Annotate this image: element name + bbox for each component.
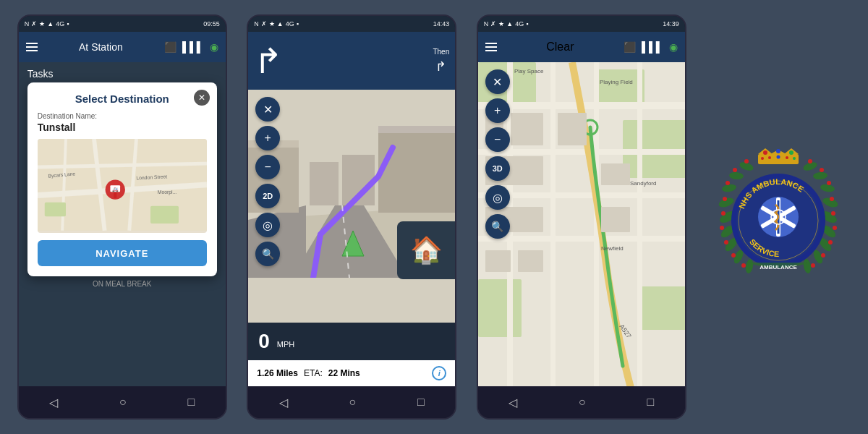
recent-button-2[interactable]: □ [417, 396, 425, 409]
dest-name-label: Destination Name: [38, 112, 207, 120]
main-container: N ✗ ★ ▲ 4G ▪ 09:55 At Station ⬛ ▌▌▌ ◉ [0, 0, 868, 434]
close-map-btn-2[interactable]: ✕ [255, 97, 280, 122]
svg-text:Moorpl...: Moorpl... [157, 190, 176, 195]
svg-point-84 [808, 159, 812, 163]
compass-btn-3[interactable]: ◎ [485, 185, 510, 210]
speed-value: 0 [258, 330, 270, 353]
search-btn-3[interactable]: 🔍 [485, 214, 510, 239]
info-icon[interactable]: i [432, 366, 446, 380]
zoom-out-btn-3[interactable]: − [485, 127, 510, 152]
svg-rect-50 [485, 250, 511, 272]
back-button-2[interactable]: ◁ [279, 396, 288, 409]
then-label: Then [433, 48, 449, 56]
wifi-icon-1: ▲ [47, 20, 54, 27]
svg-point-65 [745, 258, 754, 273]
svg-rect-23 [378, 126, 455, 133]
svg-point-100 [761, 157, 764, 160]
svg-rect-39 [550, 62, 556, 386]
phone2-3d-map: ✕ + − 2D ◎ 🔍 🏠 0 MPH 1.26 Miles ETA: [248, 90, 455, 386]
network-1: 4G [56, 20, 64, 27]
x-icon-3: ✗ [490, 20, 496, 27]
signal-icon-1: N [25, 20, 30, 27]
svg-point-92 [811, 263, 815, 268]
svg-point-86 [724, 240, 728, 244]
svg-point-60 [729, 171, 744, 180]
svg-point-82 [827, 181, 831, 185]
status-bar-2: N ✗ ★ ▲ 4G ▪ 14:43 [248, 16, 455, 32]
svg-point-74 [803, 258, 812, 273]
home-button-2[interactable]: ○ [349, 396, 357, 409]
bt-icon-3: ▲ [506, 20, 513, 27]
2d-btn-2[interactable]: 2D [255, 184, 280, 208]
svg-rect-44 [511, 113, 543, 145]
svg-point-69 [813, 171, 828, 180]
svg-text:Newfield: Newfield [601, 245, 624, 252]
search-btn-2[interactable]: 🔍 [255, 242, 280, 266]
3d-btn-3[interactable]: 3D [485, 156, 510, 181]
monitor-icon-3: ⬛ [624, 41, 636, 53]
phone-2: N ✗ ★ ▲ 4G ▪ 14:43 ↰ Then ↰ [247, 14, 456, 420]
bt2-icon-1: ★ [39, 20, 45, 27]
svg-text:AMBULANCE: AMBULANCE [760, 264, 797, 271]
svg-point-90 [828, 240, 833, 244]
svg-rect-7 [150, 206, 179, 224]
svg-point-91 [821, 253, 825, 258]
network-2: 4G [286, 20, 294, 27]
phone1-body: Tasks Select Destination ✕ Destination N… [19, 62, 226, 386]
nav-header-2: ↰ Then ↰ [248, 32, 455, 90]
time-1: 09:55 [203, 20, 220, 27]
bottom-nav-1: ◁ ○ □ [19, 386, 226, 418]
then-section: Then ↰ [433, 48, 449, 75]
svg-point-87 [731, 253, 736, 258]
status-bar-1: N ✗ ★ ▲ 4G ▪ 09:55 [19, 16, 226, 32]
bt-icon-2: ▲ [277, 20, 284, 27]
turn-arrow-main: ↰ [254, 41, 283, 81]
home-button-3[interactable]: ○ [579, 396, 586, 409]
header-icons-1: ⬛ ▌▌▌ ◉ [164, 41, 218, 53]
battery-icon-1: ▪ [67, 20, 69, 27]
zoom-in-btn-3[interactable]: + [485, 98, 510, 123]
distance-value: 1.26 Miles [257, 368, 298, 378]
svg-point-68 [820, 183, 835, 192]
svg-point-89 [833, 226, 837, 230]
meal-break-label: ON MEAL BREAK [19, 276, 226, 292]
phone-1: N ✗ ★ ▲ 4G ▪ 09:55 At Station ⬛ ▌▌▌ ◉ [17, 14, 227, 420]
overhead-map: Playing Field Sandyford Newfield Play Sp… [478, 62, 685, 386]
distance-info: 1.26 Miles ETA: 22 Mins i [248, 360, 455, 386]
star-icon-3: ★ [498, 20, 504, 27]
modal-close-btn[interactable]: ✕ [194, 90, 210, 106]
header-title-3: Clear [546, 41, 574, 54]
svg-point-78 [733, 168, 737, 172]
nhs-badge-container: NHS AMBULANCE SERVICE AMBULANCE [706, 145, 851, 289]
status-bar-3: N ✗ ★ ▲ 4G ▪ 14:39 [478, 16, 685, 32]
back-button-1[interactable]: ◁ [49, 396, 58, 409]
zoom-out-btn-2[interactable]: − [255, 155, 280, 179]
home-panel[interactable]: 🏠 [397, 221, 455, 279]
svg-rect-45 [558, 113, 587, 145]
svg-point-83 [820, 168, 824, 172]
close-map-btn-3[interactable]: ✕ [485, 69, 510, 94]
svg-point-81 [830, 197, 834, 201]
svg-text:Playing Field: Playing Field [600, 79, 633, 85]
recent-button-1[interactable]: □ [188, 396, 195, 409]
signal-bars-1: ▌▌▌ [182, 41, 204, 53]
home-button-1[interactable]: ○ [119, 396, 127, 409]
svg-point-80 [831, 211, 835, 216]
svg-rect-46 [601, 163, 630, 185]
hamburger-menu-3[interactable] [485, 43, 497, 51]
svg-rect-6 [45, 203, 66, 217]
signal-bars-3: ▌▌▌ [642, 41, 663, 53]
zoom-in-btn-2[interactable]: + [255, 126, 280, 150]
hamburger-menu-1[interactable] [26, 43, 38, 51]
map-controls-3: ✕ + − 3D ◎ 🔍 [485, 69, 510, 239]
mini-map: 🚑 Bycars Lane London Street Moorpl... [38, 139, 207, 233]
recent-button-3[interactable]: □ [647, 396, 655, 409]
back-button-3[interactable]: ◁ [509, 396, 517, 409]
compass-btn-2[interactable]: ◎ [255, 213, 280, 237]
monitor-icon-1: ⬛ [164, 41, 176, 53]
svg-point-76 [723, 197, 727, 201]
navigate-button[interactable]: NAVIGATE [38, 240, 207, 266]
destination-modal: Select Destination ✕ Destination Name: T… [27, 82, 217, 276]
network-3: 4G [515, 20, 524, 27]
svg-point-98 [776, 149, 780, 153]
